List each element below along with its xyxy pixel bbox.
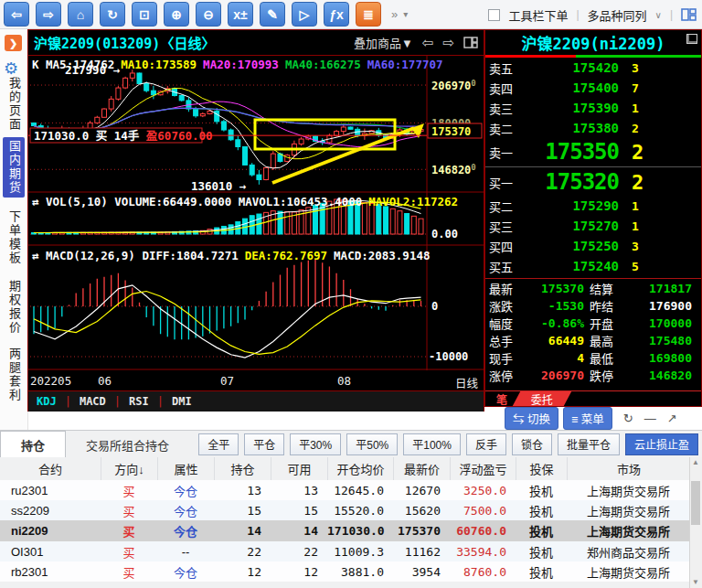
tab-orders[interactable]: 委托 — [513, 391, 572, 406]
ask-row[interactable]: 卖四1754007 — [485, 78, 701, 98]
scroll-down-icon[interactable]: ▼ — [690, 577, 701, 588]
stat-value: 169800 — [624, 351, 697, 365]
action-button[interactable]: 锁仓 — [512, 433, 552, 455]
column-header[interactable]: 持仓 — [214, 457, 271, 480]
column-header[interactable]: 方向↓ — [101, 457, 157, 480]
level-qty: 2 — [619, 122, 697, 135]
indicator-tab-kdj[interactable]: KDJ — [28, 395, 65, 408]
column-header[interactable]: 合约 — [0, 457, 101, 480]
level-price: 175390 — [531, 101, 619, 115]
positions-tab-2[interactable]: 交易所组合持仓 — [66, 432, 189, 457]
position-row-ss2209[interactable]: ss2209买今仓151515520.0156207500.0投机上海期货交易所 — [0, 500, 690, 520]
stat-value: -0.86% — [520, 316, 590, 330]
scrollbar-thumb[interactable] — [691, 481, 700, 525]
flag-icon[interactable]: ▷ — [292, 2, 317, 27]
overlay-commodity-button[interactable]: 叠加商品▼ — [354, 34, 413, 51]
sidebar-item-3[interactable]: 下单模板 — [3, 210, 25, 265]
sidebar-item-4[interactable]: 期权报价 — [3, 280, 25, 335]
position-row-ru2301[interactable]: ru2301买今仓131312645.0126703250.0投机上海期货交易所 — [0, 480, 690, 500]
level-qty: 1 — [619, 219, 697, 233]
home-icon[interactable]: ⌂ — [68, 2, 93, 27]
column-header[interactable]: 开仓均价 — [327, 457, 393, 480]
menu-button[interactable]: ≡ 菜单 — [563, 407, 612, 430]
sidebar-item-2[interactable]: 国内期货 — [3, 137, 25, 198]
position-row-OI301[interactable]: OI301买--222211009.31116233594.0投机郑州商品交易所 — [0, 541, 690, 561]
level-price: 175420 — [531, 60, 619, 75]
positions-tab-1[interactable]: 持仓 — [0, 431, 66, 457]
bid-row[interactable]: 买二1752901 — [485, 196, 701, 216]
toolbar-dropdown-caret-icon[interactable]: ▾ — [403, 9, 408, 19]
ask1-row[interactable]: 卖一 175350 2 — [485, 138, 701, 166]
switch-button[interactable]: ⇆ 切换 — [505, 407, 558, 430]
toolbar-overflow-icon[interactable]: » — [391, 7, 398, 21]
ask-row[interactable]: 卖二1753802 — [485, 118, 701, 138]
pencil-icon[interactable]: ✎ — [260, 2, 285, 27]
indicator-tab-rsi[interactable]: RSI — [121, 395, 157, 408]
column-header[interactable]: 投保 — [516, 457, 567, 480]
gear-icon[interactable]: ⚙ — [4, 59, 18, 79]
chevron-down-icon[interactable]: ∨ — [655, 10, 662, 20]
column-header[interactable]: 浮动盈亏 — [450, 457, 516, 480]
sidebar-item-5[interactable]: 两腿套利 — [3, 347, 25, 402]
action-button[interactable]: 平30% — [290, 433, 341, 455]
bid-row[interactable]: 买三1752701 — [485, 216, 701, 236]
fx-icon[interactable]: ƒx — [324, 2, 349, 27]
bid1-row[interactable]: 买一 175320 2 — [485, 168, 701, 196]
indicator-tab-macd[interactable]: MACD — [71, 395, 114, 408]
sidebar-item-1[interactable]: 我的页面 — [3, 77, 25, 132]
indicator-tab-dmi[interactable]: DMI — [164, 395, 200, 408]
refresh-icon[interactable]: ↻ — [623, 412, 633, 425]
cell: 今仓 — [157, 502, 214, 519]
level-price: 175380 — [531, 121, 619, 135]
ask-row[interactable]: 卖三1753901 — [485, 98, 701, 118]
bid-row[interactable]: 买五1752405 — [485, 256, 701, 276]
chart-forward-icon[interactable]: ⇨ — [442, 35, 454, 51]
position-row-ni2209[interactable]: ni2209买今仓1414171030.017537060760.0投机上海期货… — [0, 520, 690, 541]
action-button[interactable]: 全平 — [198, 433, 239, 455]
table-scrollbar[interactable]: ▲ ▼ — [689, 457, 702, 588]
chart-back-icon[interactable]: ⇦ — [422, 35, 434, 51]
crop-icon[interactable]: ⊡ — [132, 2, 157, 27]
forward-icon[interactable]: ⇨ — [36, 2, 61, 27]
expand-icon[interactable]: ↗ — [667, 412, 677, 425]
level-price: 175290 — [531, 198, 619, 213]
refresh-icon[interactable]: ↻ — [100, 2, 125, 27]
back-icon[interactable]: ⇦ — [4, 2, 29, 27]
column-header[interactable]: 最新价 — [393, 457, 450, 480]
level-qty: 5 — [619, 260, 697, 273]
sidebar-expand-button[interactable]: ❯ — [5, 35, 22, 51]
position-row-rb2301[interactable]: rb2301买今仓12123881.039548760.0投机上海期货交易所 — [0, 561, 690, 582]
level-label: 卖二 — [489, 120, 531, 137]
action-button[interactable]: 批量平仓 — [558, 433, 620, 455]
formula-icon[interactable]: x± — [228, 2, 253, 27]
list-icon[interactable]: ≣ — [356, 2, 381, 27]
level-qty: 1 — [619, 199, 697, 213]
column-header[interactable]: 可用 — [271, 457, 327, 480]
positions-table-body: ru2301买今仓131312645.0126703250.0投机上海期货交易所… — [0, 480, 690, 588]
minimize-icon[interactable]: — — [644, 412, 656, 425]
cell: 15 — [271, 504, 327, 518]
zoom-out-icon[interactable]: ⊖ — [196, 2, 221, 27]
action-button[interactable]: 反手 — [466, 433, 506, 455]
action-button[interactable]: 平100% — [403, 433, 461, 455]
book-divider — [485, 166, 701, 167]
time-tick: 06 — [98, 374, 112, 388]
chart-layout-icon[interactable] — [463, 37, 478, 48]
action-button[interactable]: 平50% — [346, 433, 398, 455]
column-header[interactable]: 市场 — [567, 457, 690, 480]
toolbar-order-checkbox[interactable] — [488, 9, 500, 21]
action-button[interactable]: 云止损止盈 — [625, 433, 698, 455]
multi-symbol-mode-select[interactable]: 多品种同列 — [588, 6, 647, 24]
cell: 12670 — [393, 484, 450, 497]
level-qty: 3 — [619, 240, 697, 253]
panel-window-icon[interactable] — [686, 34, 697, 44]
action-button[interactable]: 平仓 — [244, 433, 284, 455]
cell: 投机 — [516, 502, 567, 519]
ask-row[interactable]: 卖五1754203 — [485, 58, 701, 78]
kline-chart[interactable]: 171030.0 买 14手 盈60760.00217990 →136010 →… — [28, 55, 484, 370]
zoom-in-icon[interactable]: ⊕ — [164, 2, 189, 27]
bid-row[interactable]: 买四1752503 — [485, 236, 701, 256]
layout-grid-icon[interactable] — [681, 8, 697, 21]
scroll-up-icon[interactable]: ▲ — [690, 457, 701, 468]
column-header[interactable]: 属性 — [157, 457, 214, 480]
